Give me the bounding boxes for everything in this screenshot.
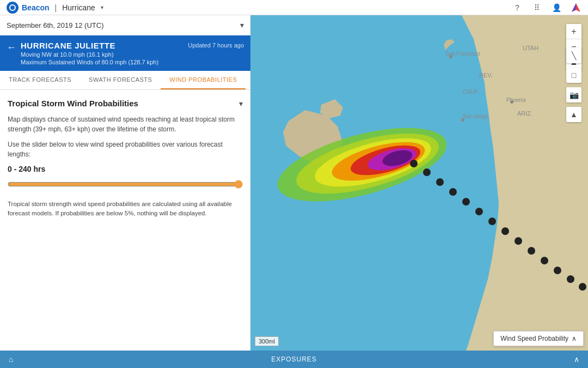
svg-text:UTAH: UTAH [523, 45, 538, 51]
storm-info: HURRICANE JULIETTE Moving NW at 10.0 mph… [21, 41, 183, 65]
tabs-container: TRACK FORECASTS SWATH FORECASTS WIND PRO… [0, 71, 250, 90]
box-tool-icon[interactable]: □ [566, 68, 581, 83]
date-selector[interactable]: September 6th, 2019 12 (UTC) ▾ [0, 15, 250, 35]
tool-icons: ╲ □ 📷 ▲ [566, 48, 581, 122]
svg-point-10 [461, 118, 464, 122]
grid-icon[interactable]: ⠿ [531, 2, 542, 13]
bottom-bar: ⌂ EXPOSURES ∧ [0, 351, 588, 368]
svg-text:CALIF.: CALIF. [463, 89, 479, 95]
storm-name: HURRICANE JULIETTE [21, 41, 183, 50]
wind-prob-label: Wind Speed Probability [500, 335, 568, 342]
svg-point-11 [510, 100, 513, 104]
logo-inner [9, 4, 16, 11]
scale-bar: 300ml [255, 336, 279, 346]
tab-track[interactable]: TRACK FORECASTS [0, 71, 80, 89]
updated-time: Updated 7 hours ago [188, 42, 244, 49]
section-title: Tropical Storm Wind Probabilities [8, 99, 138, 108]
note-text: Tropical storm strength wind speed proba… [8, 200, 243, 219]
separator: | [55, 3, 57, 12]
map-area[interactable]: UTAH ARIZ. NEV. CALIF. Phoenix San Diego… [250, 15, 588, 351]
section-header: Tropical Storm Wind Probabilities ▾ [8, 99, 243, 108]
wind-prob-chevron: ∧ [572, 335, 577, 342]
forecast-slider[interactable] [8, 180, 243, 189]
app-dropdown-arrow[interactable]: ▾ [101, 4, 103, 10]
exposures-label: EXPOSURES [271, 355, 317, 363]
description-2: Use the slider below to view wind speed … [8, 140, 243, 159]
camera-icon[interactable]: 📷 [566, 87, 581, 102]
account-icon[interactable]: 👤 [551, 2, 562, 13]
brand-icon [571, 2, 581, 13]
hurricane-header: ← HURRICANE JULIETTE Moving NW at 10.0 m… [0, 35, 250, 71]
help-icon[interactable]: ? [512, 2, 523, 13]
topbar: Beacon | Hurricane ▾ ? ⠿ 👤 [0, 0, 588, 15]
slider-label: 0 - 240 hrs [8, 165, 243, 173]
back-button[interactable]: ← [7, 42, 16, 53]
svg-text:ARIZ.: ARIZ. [517, 110, 532, 117]
beacon-label: Beacon [22, 3, 50, 12]
logo-icon [7, 2, 19, 14]
map-background: UTAH ARIZ. NEV. CALIF. Phoenix San Diego… [250, 15, 588, 351]
tab-swath[interactable]: SWATH FORECASTS [80, 71, 161, 89]
storm-detail-1: Moving NW at 10.0 mph (16.1 kph) [21, 51, 183, 58]
svg-marker-1 [572, 3, 576, 12]
description-1: Map displays chance of sustained wind sp… [8, 114, 243, 134]
slider-container[interactable] [8, 180, 243, 191]
expand-icon[interactable]: ∧ [574, 355, 579, 364]
storm-detail-2: Maximum Sustained Winds of 80.0 mph (128… [21, 59, 183, 65]
date-value: September 6th, 2019 12 (UTC) [7, 21, 240, 29]
app-name-label: Hurricane [62, 3, 95, 12]
svg-text:Phoenix: Phoenix [506, 97, 526, 103]
topbar-right-icons: ? ⠿ 👤 [512, 2, 581, 13]
tab-wind[interactable]: WIND PROBABILITIES [161, 71, 246, 89]
wind-prob-button[interactable]: Wind Speed Probability ∧ [493, 331, 584, 346]
svg-text:NEV.: NEV. [479, 72, 493, 79]
alert-icon[interactable]: ▲ [566, 107, 581, 122]
panel-content: Tropical Storm Wind Probabilities ▾ Map … [0, 90, 250, 351]
home-icon[interactable]: ⌂ [9, 355, 13, 364]
left-panel: September 6th, 2019 12 (UTC) ▾ ← HURRICA… [0, 15, 250, 351]
zoom-in-button[interactable]: + [566, 24, 581, 39]
logo-area: Beacon | Hurricane ▾ [7, 2, 103, 14]
svg-text:San Diego: San Diego [463, 113, 488, 119]
line-tool-icon[interactable]: ╲ [566, 48, 581, 63]
date-dropdown-arrow[interactable]: ▾ [240, 21, 244, 29]
section-dropdown-arrow[interactable]: ▾ [239, 99, 243, 108]
scale-label: 300ml [259, 338, 275, 345]
svg-point-12 [449, 55, 452, 58]
